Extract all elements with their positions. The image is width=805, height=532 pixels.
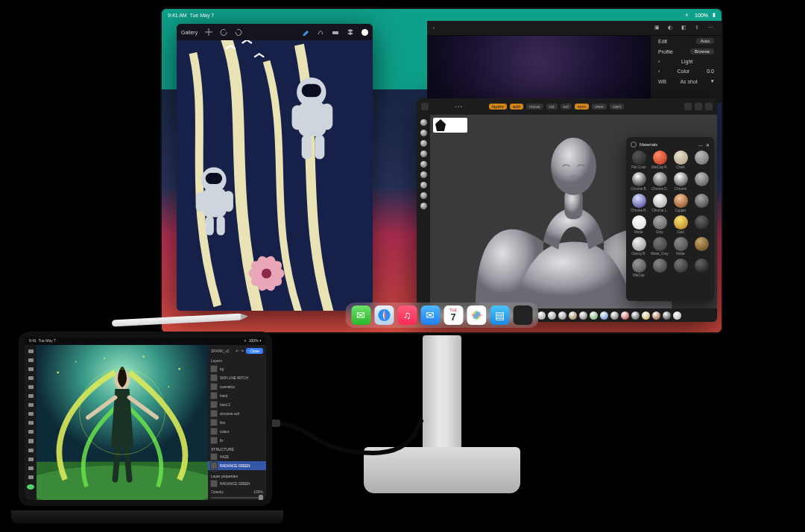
gradient-icon[interactable]	[28, 449, 34, 452]
dock-music-icon[interactable]: ♫	[397, 305, 417, 325]
share-icon[interactable]	[695, 103, 702, 110]
dock-mail-icon[interactable]: ✉︎	[420, 305, 440, 325]
crop-icon[interactable]: ▣	[654, 25, 662, 32]
brush-preset-icon[interactable]	[420, 203, 427, 209]
brush-ball-icon[interactable]	[537, 311, 546, 320]
brush-ball-icon[interactable]	[579, 311, 587, 320]
material-swatch[interactable]: MatCap R.	[650, 151, 669, 169]
heal-icon[interactable]	[28, 421, 34, 425]
color-icon[interactable]	[362, 29, 368, 36]
layer-row[interactable]: cosmetics	[208, 382, 266, 391]
material-swatch[interactable]: Chrome R.	[629, 194, 648, 212]
pan-icon[interactable]	[205, 28, 212, 36]
close-button[interactable]: Close	[246, 348, 263, 354]
material-swatch[interactable]	[692, 194, 711, 212]
save-icon[interactable]	[684, 103, 692, 110]
brush-preset-icon[interactable]	[420, 119, 427, 126]
brush-ball-icon[interactable]	[548, 311, 556, 320]
undo-icon[interactable]: ↶	[236, 349, 239, 353]
toolbar-chip[interactable]: view	[592, 104, 607, 110]
brush-ball-icon[interactable]	[652, 311, 660, 320]
layer-row[interactable]: hand 2	[208, 400, 266, 409]
dock-files-icon[interactable]: ▤	[490, 305, 509, 325]
material-swatch[interactable]: Copper	[671, 194, 690, 212]
dock-photos-icon[interactable]	[467, 305, 486, 325]
move-icon[interactable]	[28, 358, 34, 362]
opacity-slider[interactable]	[211, 497, 263, 498]
layer-row[interactable]: colour	[208, 427, 266, 436]
brush-ball-icon[interactable]	[569, 311, 577, 320]
material-swatch[interactable]: Chrome L.	[650, 194, 669, 212]
material-swatch[interactable]	[692, 151, 711, 169]
brush-icon[interactable]	[28, 376, 34, 380]
material-swatch[interactable]: Gold	[671, 215, 690, 234]
material-swatch[interactable]: Matte	[671, 237, 690, 256]
dock-safari-icon[interactable]	[374, 305, 394, 325]
brush-ball-icon[interactable]	[558, 311, 566, 320]
material-swatch[interactable]: Glossy B.	[629, 237, 648, 256]
settings-icon[interactable]	[705, 103, 713, 110]
layer-row[interactable]: line	[208, 418, 266, 427]
brush-preset-icon[interactable]	[420, 151, 427, 157]
gallery-button[interactable]: Gallery	[181, 30, 198, 35]
material-swatch[interactable]: Matte	[629, 215, 648, 234]
material-swatch[interactable]	[671, 259, 690, 277]
dock-app-library-icon[interactable]	[513, 305, 532, 325]
toolbar-chip[interactable]: add	[510, 104, 523, 110]
back-icon[interactable]: ‹	[433, 25, 435, 31]
crop-icon[interactable]	[28, 367, 34, 371]
material-swatch[interactable]: Chrome	[671, 172, 690, 191]
toolbar-chip[interactable]: cam	[610, 104, 624, 110]
drawing-app-window[interactable]: Gallery	[177, 24, 373, 311]
brush-ball-icon[interactable]	[631, 311, 640, 320]
toolbar-chip[interactable]: scl	[561, 104, 572, 110]
brush-ball-icon[interactable]	[663, 311, 671, 320]
layer-row[interactable]: bg	[208, 364, 266, 373]
material-swatch[interactable]	[692, 259, 711, 277]
material-swatch[interactable]: Chrome B.	[629, 172, 648, 191]
brush-preset-icon[interactable]	[420, 140, 427, 147]
brush-preset-icon[interactable]	[420, 192, 427, 199]
light-row[interactable]: ›Light	[651, 57, 722, 66]
redo-icon[interactable]	[235, 28, 242, 36]
material-swatch[interactable]	[650, 259, 669, 277]
brush-preset-icon[interactable]	[420, 171, 427, 178]
material-swatch[interactable]	[692, 215, 711, 234]
material-swatch[interactable]: Chrome D.	[650, 172, 669, 191]
wb-row[interactable]: WBAs shot▾	[651, 76, 722, 86]
brush-ball-icon[interactable]	[610, 311, 619, 320]
layer-row[interactable]: hand	[208, 391, 266, 400]
filters-icon[interactable]: ◧	[681, 25, 689, 32]
panel-more-icon[interactable]: ⋯	[698, 142, 703, 148]
eraser-icon[interactable]	[332, 28, 339, 36]
paint-app-window[interactable]: SPARK_v2 ↶ ↷ Close Layers bgSKIN LINE WI…	[25, 345, 266, 500]
zoom-icon[interactable]	[28, 475, 34, 479]
text-icon[interactable]	[28, 430, 34, 434]
hand-icon[interactable]	[28, 466, 34, 470]
auto-button[interactable]: Auto	[696, 38, 714, 44]
sculpt-viewport[interactable]: Materials ⋯ ✕ Flat ColorMatCap R.ChalkCh…	[430, 115, 717, 308]
more-icon[interactable]: ⋯	[708, 25, 716, 32]
toolbar-chip[interactable]: layers	[489, 104, 507, 110]
panel-close-icon[interactable]: ✕	[706, 142, 710, 148]
color-swatch[interactable]	[27, 495, 34, 500]
material-swatch[interactable]	[692, 172, 711, 191]
dock-calendar-icon[interactable]: TUE 7	[443, 305, 463, 325]
layer-row[interactable]: fix	[208, 436, 266, 445]
toolbar-chip[interactable]: move	[526, 104, 543, 110]
brush-ball-icon[interactable]	[600, 311, 608, 320]
layer-row[interactable]: SKIN LINE WITCH	[208, 373, 266, 382]
layer-row[interactable]: HAZE	[208, 452, 266, 461]
shape-icon[interactable]	[28, 439, 34, 443]
brush-preset-icon[interactable]	[420, 130, 427, 136]
color-row[interactable]: ›Color0.0	[651, 66, 722, 76]
material-swatch[interactable]	[692, 237, 711, 256]
material-swatch[interactable]: MatCap	[629, 259, 648, 277]
brush-ball-icon[interactable]	[642, 311, 650, 320]
home-icon[interactable]	[421, 103, 429, 110]
smudge-icon[interactable]	[28, 403, 34, 407]
reference-thumbnail[interactable]	[433, 118, 467, 133]
layer-row[interactable]: RADIANCE GREEN	[208, 461, 266, 470]
cursor-icon[interactable]	[28, 349, 34, 353]
dock-messages-icon[interactable]: ✉︎	[351, 305, 370, 325]
